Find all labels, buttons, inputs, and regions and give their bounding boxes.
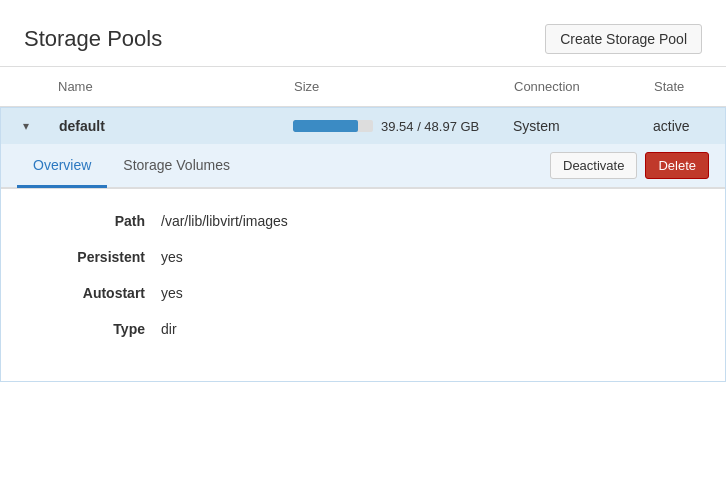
tabs-actions: Deactivate Delete — [550, 144, 709, 187]
tabs-row: Overview Storage Volumes Deactivate Dele… — [1, 144, 725, 189]
chevron-down-icon: ▾ — [23, 119, 29, 133]
detail-row-persistent: Persistent yes — [41, 249, 685, 265]
pool-toggle-button[interactable]: ▾ — [1, 119, 51, 133]
pool-state: active — [645, 118, 725, 134]
pool-row-container: ▾ default 39.54 / 48.97 GB System active… — [0, 107, 726, 382]
persistent-label: Persistent — [41, 249, 161, 265]
tabs-left: Overview Storage Volumes — [17, 145, 246, 186]
detail-row-path: Path /var/lib/libvirt/images — [41, 213, 685, 229]
pool-name: default — [51, 118, 285, 134]
col-state: State — [646, 75, 726, 98]
page-title: Storage Pools — [24, 26, 162, 52]
col-toggle — [0, 75, 50, 98]
page-header: Storage Pools Create Storage Pool — [0, 0, 726, 67]
delete-button[interactable]: Delete — [645, 152, 709, 179]
detail-row-autostart: Autostart yes — [41, 285, 685, 301]
pool-row: ▾ default 39.54 / 48.97 GB System active — [1, 108, 725, 144]
create-storage-pool-button[interactable]: Create Storage Pool — [545, 24, 702, 54]
col-name: Name — [50, 75, 286, 98]
col-size: Size — [286, 75, 506, 98]
pool-size-text: 39.54 / 48.97 GB — [381, 119, 479, 134]
type-label: Type — [41, 321, 161, 337]
pool-usage-fill — [293, 120, 358, 132]
tab-storage-volumes[interactable]: Storage Volumes — [107, 145, 246, 188]
path-value: /var/lib/libvirt/images — [161, 213, 288, 229]
autostart-value: yes — [161, 285, 183, 301]
detail-row-type: Type dir — [41, 321, 685, 337]
table-header: Name Size Connection State — [0, 67, 726, 107]
pool-connection: System — [505, 118, 645, 134]
col-connection: Connection — [506, 75, 646, 98]
deactivate-button[interactable]: Deactivate — [550, 152, 637, 179]
path-label: Path — [41, 213, 161, 229]
persistent-value: yes — [161, 249, 183, 265]
tab-overview[interactable]: Overview — [17, 145, 107, 188]
overview-panel: Path /var/lib/libvirt/images Persistent … — [1, 189, 725, 381]
type-value: dir — [161, 321, 177, 337]
autostart-label: Autostart — [41, 285, 161, 301]
pool-usage-bar — [293, 120, 373, 132]
pool-size-col: 39.54 / 48.97 GB — [285, 119, 505, 134]
